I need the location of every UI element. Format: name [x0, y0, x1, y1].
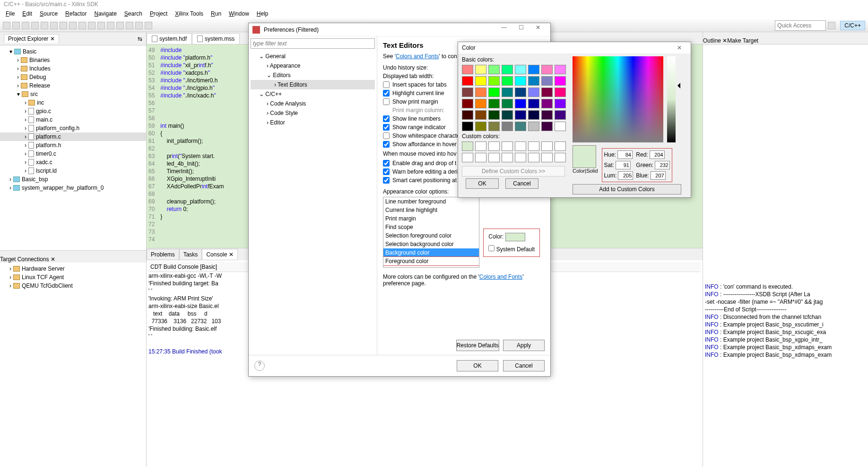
color-cell[interactable]: [502, 65, 513, 74]
color-cell[interactable]: [502, 122, 513, 131]
color-cell[interactable]: [528, 76, 539, 86]
tree-item[interactable]: ▾ Basic: [0, 47, 146, 56]
color-option[interactable]: Hyperlink: [383, 265, 479, 268]
restore-defaults-button[interactable]: Restore Defaults: [456, 340, 499, 351]
tab-make-target[interactable]: Make Target: [727, 37, 758, 44]
luminance-slider[interactable]: [667, 56, 676, 142]
toolbar-button[interactable]: [31, 22, 39, 29]
pref-tree-item[interactable]: ⌄ C/C++: [251, 89, 375, 99]
color-cell[interactable]: [555, 122, 566, 131]
color-option[interactable]: Background color: [383, 248, 479, 257]
toolbar-button[interactable]: [135, 22, 143, 29]
color-option[interactable]: Selection foreground color: [383, 231, 479, 240]
color-cell[interactable]: [488, 65, 500, 74]
tree-item[interactable]: › Debug: [0, 73, 146, 81]
tab-target-connections[interactable]: Target Connections ✕: [0, 256, 55, 263]
color-cell[interactable]: [515, 65, 526, 74]
color-cell[interactable]: [502, 88, 513, 97]
color-cell[interactable]: [515, 122, 526, 131]
color-cell[interactable]: [541, 141, 553, 151]
toolbar-button[interactable]: [41, 22, 48, 29]
color-cell[interactable]: [475, 76, 486, 86]
color-cell[interactable]: [488, 141, 500, 151]
tree-item[interactable]: › Binaries: [0, 56, 146, 64]
pref-tree-item[interactable]: › Text Editors: [251, 80, 375, 89]
green-input[interactable]: [655, 161, 670, 169]
color-cell[interactable]: [475, 141, 486, 151]
red-input[interactable]: [650, 150, 665, 159]
color-options-list[interactable]: Line number foregroundCurrent line highl…: [383, 197, 479, 268]
color-cell[interactable]: [528, 122, 539, 131]
color-cell[interactable]: [528, 65, 539, 74]
color-cell[interactable]: [502, 76, 513, 86]
color-option[interactable]: Line number foreground: [383, 197, 479, 206]
color-cell[interactable]: [541, 88, 553, 97]
editor-tab[interactable]: system.hdf: [147, 33, 192, 44]
color-cancel-button[interactable]: Cancel: [505, 178, 538, 189]
toolbar-button[interactable]: [3, 22, 10, 29]
color-cell[interactable]: [462, 65, 473, 74]
color-cell[interactable]: [541, 65, 553, 74]
lum-input[interactable]: [618, 171, 633, 180]
tree-item[interactable]: › QEMU TcfGdbClient: [0, 282, 146, 290]
color-cell[interactable]: [462, 99, 473, 108]
tree-item[interactable]: › Hardware Server: [0, 264, 146, 273]
color-cell[interactable]: [502, 153, 513, 162]
tree-item[interactable]: › Basic_bsp: [0, 175, 146, 184]
color-cell[interactable]: [462, 153, 473, 162]
toolbar-button[interactable]: [88, 22, 95, 29]
color-cell[interactable]: [555, 88, 566, 97]
color-cell[interactable]: [488, 153, 500, 162]
menu-run[interactable]: Run: [208, 9, 224, 18]
pref-tree-item[interactable]: › Appearance: [251, 61, 375, 70]
color-cell[interactable]: [555, 76, 566, 86]
collapse-icon[interactable]: ⇆: [138, 35, 142, 42]
color-cell[interactable]: [541, 153, 553, 162]
color-cell[interactable]: [462, 110, 473, 120]
menu-edit[interactable]: Edit: [19, 9, 35, 18]
sat-input[interactable]: [616, 161, 631, 169]
toolbar-button[interactable]: [145, 22, 152, 29]
cb-range-indicator[interactable]: [383, 124, 390, 131]
toolbar-button[interactable]: [22, 22, 29, 29]
menu-help[interactable]: Help: [254, 9, 271, 18]
toolbar-button[interactable]: [50, 22, 58, 29]
color-cell[interactable]: [541, 76, 553, 86]
color-cell[interactable]: [502, 99, 513, 108]
cb-print-margin[interactable]: [383, 98, 390, 105]
hue-input[interactable]: [617, 150, 633, 159]
blue-input[interactable]: [651, 171, 666, 180]
toolbar-button[interactable]: [60, 22, 67, 29]
close-icon[interactable]: ✕: [529, 24, 547, 35]
add-to-custom-button[interactable]: Add to Custom Colors: [573, 184, 681, 194]
color-cell[interactable]: [502, 110, 513, 120]
menu-project[interactable]: Project: [147, 9, 170, 18]
color-option[interactable]: Current line highlight: [383, 206, 479, 214]
ok-button[interactable]: OK: [457, 360, 498, 371]
menu-source[interactable]: Source: [37, 9, 61, 18]
tree-item[interactable]: › Includes: [0, 64, 146, 73]
cancel-button[interactable]: Cancel: [503, 360, 545, 371]
colors-fonts-link[interactable]: Colors and Fonts: [479, 273, 522, 280]
cb-drag-drop[interactable]: [383, 160, 390, 167]
maximize-icon[interactable]: ☐: [512, 24, 529, 35]
color-cell[interactable]: [515, 88, 526, 97]
tab-project-explorer[interactable]: Project Explorer ✕: [4, 34, 59, 43]
toolbar-button[interactable]: [78, 22, 86, 29]
cb-system-default[interactable]: [488, 245, 495, 251]
apply-button[interactable]: Apply: [503, 340, 545, 351]
cb-affordance[interactable]: [383, 141, 390, 148]
tree-item[interactable]: › Linux TCF Agent: [0, 273, 146, 282]
color-cell[interactable]: [462, 122, 473, 131]
toolbar-button[interactable]: [69, 22, 77, 29]
color-cell[interactable]: [541, 122, 553, 131]
color-cell[interactable]: [515, 99, 526, 108]
basic-colors-grid[interactable]: [462, 65, 573, 131]
close-icon[interactable]: ✕: [672, 44, 687, 51]
color-cell[interactable]: [555, 65, 566, 74]
perspective-cpp[interactable]: C/C++: [840, 21, 865, 30]
color-cell[interactable]: [462, 76, 473, 86]
target-connections-tree[interactable]: › Hardware Server› Linux TCF Agent› QEMU…: [0, 263, 146, 467]
color-cell[interactable]: [555, 153, 566, 162]
color-cell[interactable]: [555, 99, 566, 108]
